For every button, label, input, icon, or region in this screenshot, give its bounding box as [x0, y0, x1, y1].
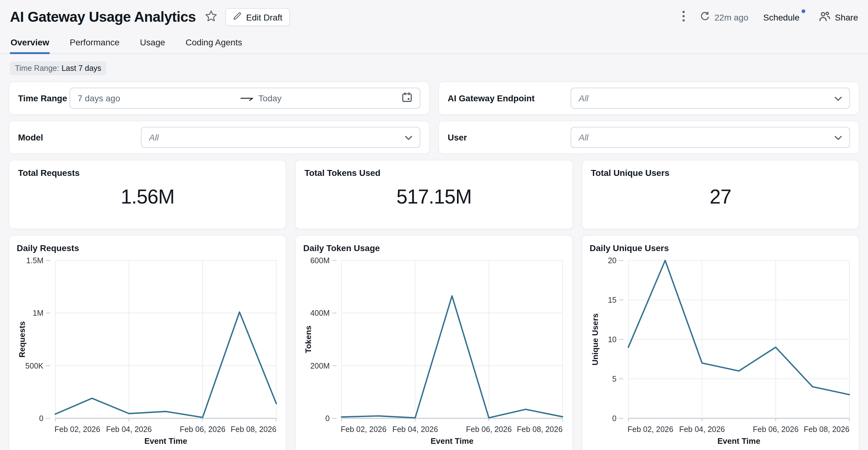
- svg-text:10: 10: [608, 335, 617, 344]
- filters-row-2: Model All User All: [9, 120, 859, 154]
- arrow-right-icon: [240, 93, 253, 103]
- user-filter-label: User: [448, 132, 570, 142]
- svg-text:Feb 02, 2026: Feb 02, 2026: [341, 425, 386, 433]
- calendar-icon[interactable]: [402, 92, 412, 105]
- svg-text:Feb 06, 2026: Feb 06, 2026: [180, 425, 225, 433]
- chevron-down-icon: [834, 132, 842, 142]
- tab-usage[interactable]: Usage: [140, 32, 166, 53]
- tab-bar: Overview Performance Usage Coding Agents: [0, 32, 868, 54]
- svg-text:Feb 06, 2026: Feb 06, 2026: [466, 425, 512, 433]
- tab-performance[interactable]: Performance: [69, 32, 120, 53]
- kpi-row: Total Requests 1.56M Total Tokens Used 5…: [9, 160, 859, 229]
- share-button[interactable]: Share: [818, 11, 858, 23]
- svg-text:Unique Users: Unique Users: [590, 313, 599, 365]
- edit-draft-button[interactable]: Edit Draft: [226, 8, 290, 26]
- refresh-status: 22m ago: [715, 12, 748, 22]
- pencil-icon: [233, 12, 242, 22]
- kpi-label: Total Requests: [18, 168, 277, 178]
- range-start-value[interactable]: 7 days ago: [78, 93, 120, 103]
- svg-text:600M: 600M: [310, 256, 330, 265]
- star-icon: [205, 10, 218, 24]
- chip-value: Last 7 days: [61, 64, 101, 73]
- kpi-card-unique-users: Total Unique Users 27: [582, 160, 859, 229]
- svg-text:1.5M: 1.5M: [26, 256, 43, 265]
- range-end-value[interactable]: Today: [258, 93, 282, 103]
- chevron-down-icon: [834, 93, 842, 103]
- model-select-value: All: [149, 132, 159, 142]
- kpi-label: Total Tokens Used: [305, 168, 564, 178]
- favorite-star-button[interactable]: [205, 10, 218, 24]
- svg-text:0: 0: [612, 414, 616, 423]
- chart-title: Daily Requests: [17, 243, 278, 253]
- daily-requests-chart[interactable]: 0500K1M1.5MFeb 02, 2026Feb 04, 2026Feb 0…: [17, 255, 278, 450]
- kebab-icon: [682, 10, 685, 24]
- daily-unique-users-chart[interactable]: 05101520Feb 02, 2026Feb 04, 2026Feb 06, …: [590, 255, 851, 450]
- chip-label: Time Range:: [15, 64, 59, 73]
- page-title: AI Gateway Usage Analytics: [10, 9, 196, 26]
- svg-text:400M: 400M: [310, 309, 330, 317]
- edit-draft-label: Edit Draft: [246, 12, 282, 22]
- model-select[interactable]: All: [141, 127, 420, 148]
- schedule-button[interactable]: Schedule: [764, 12, 800, 22]
- user-filter-card: User All: [438, 120, 859, 154]
- kebab-menu-button[interactable]: [682, 10, 685, 24]
- filters-row-1: Time Range 7 days ago Today: [9, 81, 859, 115]
- tab-overview[interactable]: Overview: [10, 32, 50, 53]
- dashboard-page: AI Gateway Usage Analytics Edit Draft: [0, 0, 868, 450]
- svg-text:20: 20: [608, 256, 617, 265]
- time-range-filter-label: Time Range: [18, 93, 69, 103]
- svg-text:Event Time: Event Time: [717, 436, 760, 446]
- svg-text:1M: 1M: [33, 309, 43, 317]
- svg-text:200M: 200M: [310, 361, 330, 370]
- kpi-card-total-tokens: Total Tokens Used 517.15M: [295, 160, 573, 229]
- refresh-button[interactable]: 22m ago: [700, 11, 748, 23]
- chevron-down-icon: [405, 132, 412, 142]
- chart-card-daily-requests: Daily Requests 0500K1M1.5MFeb 02, 2026Fe…: [9, 235, 286, 450]
- svg-text:Event Time: Event Time: [431, 436, 474, 446]
- svg-text:0: 0: [39, 414, 43, 423]
- model-filter-card: Model All: [9, 120, 430, 154]
- svg-text:Feb 02, 2026: Feb 02, 2026: [55, 425, 100, 433]
- chart-card-daily-tokens: Daily Token Usage 0200M400M600MFeb 02, 2…: [295, 235, 573, 450]
- time-range-input[interactable]: 7 days ago Today: [69, 88, 420, 109]
- chart-title: Daily Unique Users: [590, 243, 851, 253]
- svg-text:5: 5: [612, 374, 616, 383]
- chart-card-daily-unique-users: Daily Unique Users 05101520Feb 02, 2026F…: [582, 235, 859, 450]
- tab-coding-agents[interactable]: Coding Agents: [185, 32, 243, 53]
- dashboard-content: Time Range 7 days ago Today: [0, 75, 868, 450]
- header: AI Gateway Usage Analytics Edit Draft: [0, 0, 868, 26]
- svg-text:Feb 08, 2026: Feb 08, 2026: [517, 425, 563, 433]
- time-range-chip[interactable]: Time Range: Last 7 days: [10, 61, 106, 75]
- notification-dot: [801, 9, 805, 13]
- svg-text:Feb 04, 2026: Feb 04, 2026: [393, 425, 438, 433]
- kpi-card-total-requests: Total Requests 1.56M: [9, 160, 286, 229]
- share-people-icon: [818, 11, 831, 23]
- user-select-value: All: [579, 132, 588, 142]
- svg-text:Feb 04, 2026: Feb 04, 2026: [679, 425, 724, 433]
- kpi-value: 517.15M: [296, 186, 572, 209]
- svg-text:Feb 06, 2026: Feb 06, 2026: [752, 425, 798, 433]
- model-filter-label: Model: [18, 132, 141, 142]
- refresh-icon: [700, 11, 710, 23]
- svg-text:0: 0: [326, 414, 330, 423]
- schedule-label: Schedule: [764, 12, 800, 22]
- svg-text:Feb 08, 2026: Feb 08, 2026: [231, 425, 276, 433]
- user-select[interactable]: All: [570, 127, 850, 148]
- range-end-group: Today: [240, 93, 282, 103]
- svg-text:Feb 08, 2026: Feb 08, 2026: [803, 425, 849, 433]
- kpi-value: 27: [582, 186, 859, 209]
- header-actions: 22m ago Schedule Share: [682, 10, 858, 24]
- svg-text:Requests: Requests: [18, 321, 27, 357]
- chart-title: Daily Token Usage: [303, 243, 565, 253]
- endpoint-filter-card: AI Gateway Endpoint All: [438, 81, 859, 115]
- share-label: Share: [835, 12, 858, 22]
- svg-text:Tokens: Tokens: [304, 326, 313, 353]
- endpoint-select[interactable]: All: [570, 88, 850, 109]
- endpoint-filter-label: AI Gateway Endpoint: [448, 93, 570, 103]
- svg-text:Event Time: Event Time: [144, 436, 187, 446]
- svg-text:Feb 04, 2026: Feb 04, 2026: [106, 425, 152, 433]
- svg-text:Feb 02, 2026: Feb 02, 2026: [627, 425, 673, 433]
- filter-chip-row: Time Range: Last 7 days: [0, 54, 868, 75]
- endpoint-select-value: All: [579, 93, 588, 103]
- daily-token-usage-chart[interactable]: 0200M400M600MFeb 02, 2026Feb 04, 2026Feb…: [303, 255, 565, 450]
